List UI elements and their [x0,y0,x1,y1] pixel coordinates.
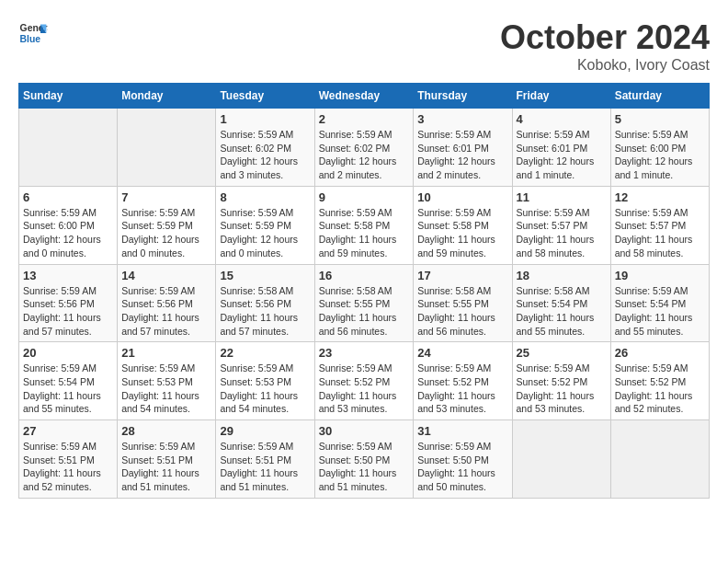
calendar-cell: 5 Sunrise: 5:59 AMSunset: 6:00 PMDayligh… [610,109,709,187]
day-detail: Sunrise: 5:59 AMSunset: 5:51 PMDaylight:… [220,440,310,494]
day-number: 28 [121,424,211,438]
day-detail: Sunrise: 5:59 AMSunset: 5:53 PMDaylight:… [121,362,211,416]
location: Koboko, Ivory Coast [500,57,710,74]
calendar-cell: 30 Sunrise: 5:59 AMSunset: 5:50 PMDaylig… [314,420,414,499]
day-number: 16 [319,269,410,282]
day-number: 3 [417,112,507,126]
calendar-cell: 9 Sunrise: 5:59 AMSunset: 5:58 PMDayligh… [314,186,414,264]
day-header-thursday: Thursday [414,84,512,109]
calendar-cell: 25 Sunrise: 5:59 AMSunset: 5:52 PMDaylig… [512,342,610,420]
day-detail: Sunrise: 5:59 AMSunset: 5:53 PMDaylight:… [220,362,310,416]
calendar-cell [118,109,216,187]
day-header-sunday: Sunday [19,84,118,109]
week-row-5: 27 Sunrise: 5:59 AMSunset: 5:51 PMDaylig… [19,420,710,499]
day-detail: Sunrise: 5:59 AMSunset: 5:54 PMDaylight:… [23,362,113,416]
day-header-friday: Friday [512,84,610,109]
calendar-cell: 11 Sunrise: 5:59 AMSunset: 5:57 PMDaylig… [512,186,610,264]
calendar-cell: 18 Sunrise: 5:58 AMSunset: 5:54 PMDaylig… [512,264,610,342]
week-row-2: 6 Sunrise: 5:59 AMSunset: 6:00 PMDayligh… [19,186,710,264]
day-number: 6 [23,190,113,204]
calendar-cell: 4 Sunrise: 5:59 AMSunset: 6:01 PMDayligh… [512,109,610,187]
calendar-cell: 28 Sunrise: 5:59 AMSunset: 5:51 PMDaylig… [118,420,216,499]
calendar-cell: 22 Sunrise: 5:59 AMSunset: 5:53 PMDaylig… [216,342,314,420]
calendar-cell: 31 Sunrise: 5:59 AMSunset: 5:50 PMDaylig… [414,420,512,499]
day-detail: Sunrise: 5:58 AMSunset: 5:55 PMDaylight:… [319,284,410,339]
day-number: 13 [23,269,113,282]
day-header-wednesday: Wednesday [314,84,414,109]
day-detail: Sunrise: 5:59 AMSunset: 5:57 PMDaylight:… [615,206,705,260]
calendar-cell [512,420,610,499]
month-title: October 2024 [500,18,710,57]
day-detail: Sunrise: 5:59 AMSunset: 6:00 PMDaylight:… [615,128,705,182]
calendar-body: 1 Sunrise: 5:59 AMSunset: 6:02 PMDayligh… [19,109,710,499]
day-number: 20 [23,346,113,360]
calendar-cell: 8 Sunrise: 5:59 AMSunset: 5:59 PMDayligh… [216,186,314,264]
day-detail: Sunrise: 5:59 AMSunset: 6:00 PMDaylight:… [23,206,113,260]
day-number: 15 [220,269,310,282]
day-detail: Sunrise: 5:59 AMSunset: 5:50 PMDaylight:… [417,440,507,494]
day-number: 22 [220,346,310,360]
calendar-cell [610,420,709,499]
calendar-table: SundayMondayTuesdayWednesdayThursdayFrid… [18,83,710,499]
day-number: 26 [615,346,705,360]
day-number: 25 [517,346,607,360]
day-number: 11 [517,190,607,204]
day-number: 21 [121,346,211,360]
day-number: 29 [220,424,310,438]
day-detail: Sunrise: 5:59 AMSunset: 5:52 PMDaylight:… [319,362,410,416]
day-detail: Sunrise: 5:58 AMSunset: 5:54 PMDaylight:… [517,284,607,339]
day-detail: Sunrise: 5:59 AMSunset: 5:52 PMDaylight:… [615,362,705,416]
day-detail: Sunrise: 5:59 AMSunset: 6:02 PMDaylight:… [220,128,310,182]
day-number: 4 [517,112,607,126]
day-number: 30 [319,424,410,438]
day-detail: Sunrise: 5:59 AMSunset: 5:52 PMDaylight:… [417,362,507,416]
day-number: 9 [319,190,410,204]
day-detail: Sunrise: 5:59 AMSunset: 5:58 PMDaylight:… [417,206,507,260]
calendar-cell: 13 Sunrise: 5:59 AMSunset: 5:56 PMDaylig… [19,264,118,342]
day-detail: Sunrise: 5:59 AMSunset: 5:51 PMDaylight:… [121,440,211,494]
day-header-saturday: Saturday [610,84,709,109]
day-detail: Sunrise: 5:59 AMSunset: 5:51 PMDaylight:… [23,440,113,494]
calendar-cell: 14 Sunrise: 5:59 AMSunset: 5:56 PMDaylig… [118,264,216,342]
calendar-cell: 16 Sunrise: 5:58 AMSunset: 5:55 PMDaylig… [314,264,414,342]
day-detail: Sunrise: 5:59 AMSunset: 6:02 PMDaylight:… [319,128,410,182]
calendar-cell: 26 Sunrise: 5:59 AMSunset: 5:52 PMDaylig… [610,342,709,420]
day-detail: Sunrise: 5:59 AMSunset: 5:52 PMDaylight:… [517,362,607,416]
day-detail: Sunrise: 5:58 AMSunset: 5:55 PMDaylight:… [417,284,507,339]
day-detail: Sunrise: 5:59 AMSunset: 6:01 PMDaylight:… [417,128,507,182]
day-number: 10 [417,190,507,204]
day-number: 14 [121,269,211,282]
calendar-cell: 2 Sunrise: 5:59 AMSunset: 6:02 PMDayligh… [314,109,414,187]
calendar-cell: 1 Sunrise: 5:59 AMSunset: 6:02 PMDayligh… [216,109,314,187]
day-detail: Sunrise: 5:59 AMSunset: 5:59 PMDaylight:… [220,206,310,260]
day-detail: Sunrise: 5:59 AMSunset: 5:58 PMDaylight:… [319,206,410,260]
day-number: 17 [417,269,507,282]
day-number: 23 [319,346,410,360]
calendar-cell: 20 Sunrise: 5:59 AMSunset: 5:54 PMDaylig… [19,342,118,420]
day-detail: Sunrise: 5:59 AMSunset: 5:56 PMDaylight:… [121,284,211,339]
day-detail: Sunrise: 5:59 AMSunset: 5:50 PMDaylight:… [319,440,410,494]
day-header-tuesday: Tuesday [216,84,314,109]
svg-text:Blue: Blue [20,34,41,44]
calendar-cell: 27 Sunrise: 5:59 AMSunset: 5:51 PMDaylig… [19,420,118,499]
day-detail: Sunrise: 5:58 AMSunset: 5:56 PMDaylight:… [220,284,310,339]
day-number: 8 [220,190,310,204]
day-number: 5 [615,112,705,126]
days-row: SundayMondayTuesdayWednesdayThursdayFrid… [19,84,710,109]
calendar-cell: 29 Sunrise: 5:59 AMSunset: 5:51 PMDaylig… [216,420,314,499]
logo: General Blue [18,18,48,48]
calendar-cell [19,109,118,187]
day-number: 18 [517,269,607,282]
week-row-4: 20 Sunrise: 5:59 AMSunset: 5:54 PMDaylig… [19,342,710,420]
calendar-cell: 6 Sunrise: 5:59 AMSunset: 6:00 PMDayligh… [19,186,118,264]
calendar-cell: 24 Sunrise: 5:59 AMSunset: 5:52 PMDaylig… [414,342,512,420]
calendar-cell: 3 Sunrise: 5:59 AMSunset: 6:01 PMDayligh… [414,109,512,187]
logo-icon: General Blue [18,18,48,48]
calendar-header: SundayMondayTuesdayWednesdayThursdayFrid… [19,84,710,109]
calendar-cell: 12 Sunrise: 5:59 AMSunset: 5:57 PMDaylig… [610,186,709,264]
calendar-cell: 19 Sunrise: 5:59 AMSunset: 5:54 PMDaylig… [610,264,709,342]
day-detail: Sunrise: 5:59 AMSunset: 5:59 PMDaylight:… [121,206,211,260]
title-section: October 2024 Koboko, Ivory Coast [500,18,710,74]
calendar-cell: 17 Sunrise: 5:58 AMSunset: 5:55 PMDaylig… [414,264,512,342]
calendar-cell: 10 Sunrise: 5:59 AMSunset: 5:58 PMDaylig… [414,186,512,264]
